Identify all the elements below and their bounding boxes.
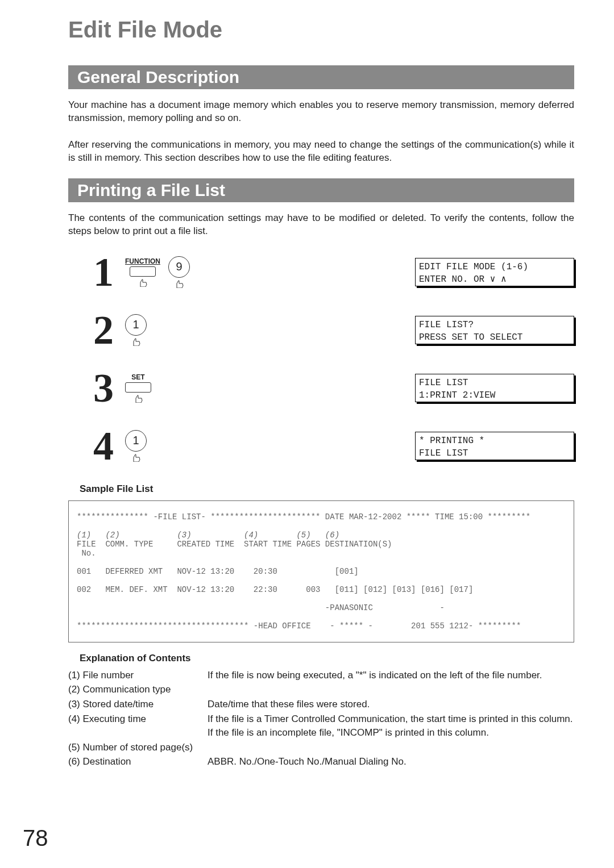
explanation-desc: Date/time that these files were stored. (208, 698, 574, 711)
explanation-row: (1) File number If the file is now being… (68, 669, 574, 682)
lcd-line-2: FILE LIST (419, 448, 468, 458)
explanation-label: (3) Stored date/time (68, 698, 208, 711)
arrow-down-up-icon: ∨ ∧ (490, 274, 507, 285)
page-title: Edit File Mode (68, 17, 574, 43)
sample-heading: Sample File List (80, 483, 574, 495)
hand-pointer-icon (132, 394, 144, 403)
lcd-display: FILE LIST? PRESS SET TO SELECT (415, 316, 574, 344)
hand-pointer-icon (137, 278, 148, 287)
key-9-icon: 9 (168, 256, 190, 278)
explanation-label: (6) Destination (68, 755, 208, 769)
lcd-display: FILE LIST 1:PRINT 2:VIEW (415, 374, 574, 402)
explanation-row: (6) Destination ABBR. No./One-Touch No./… (68, 755, 574, 769)
paragraph: The contents of the communication settin… (68, 212, 574, 238)
step-number: 4 (68, 425, 114, 466)
page-number: 78 (23, 825, 48, 851)
section-heading-printing: Printing a File List (68, 178, 574, 202)
function-key-label: FUNCTION (125, 257, 160, 265)
explanation-label: (1) File number (68, 669, 208, 682)
paragraph: Your machine has a document image memory… (68, 99, 574, 125)
sample-row: 002 MEM. DEF. XMT NOV-12 13:20 22:30 003… (77, 585, 473, 594)
sample-col-heads-2: No. (77, 549, 96, 558)
explanation-heading: Explanation of Contents (80, 653, 574, 664)
sample-col-nums: (1) (2) (3) (4) (5) (6) (77, 531, 339, 540)
explanation-desc (208, 683, 574, 696)
lcd-display: EDIT FILE MODE (1-6) ENTER NO. OR ∨ ∧ (415, 258, 574, 286)
step-number: 3 (68, 368, 114, 408)
sample-printout: *************** -FILE LIST- ************… (68, 500, 574, 642)
sample-footer: ************************************ -HE… (77, 621, 521, 631)
step-number: 1 (68, 252, 114, 293)
lcd-display: * PRINTING * FILE LIST (415, 432, 574, 460)
function-key-icon: FUNCTION (125, 257, 160, 287)
explanation-label: (4) Executing time (68, 712, 208, 740)
step-2: 2 1 FILE LIST? PRESS SET TO SELECT (68, 310, 574, 350)
key-1-icon: 1 (125, 430, 147, 452)
number-key-icon: 1 (125, 314, 147, 346)
steps-list: 1 FUNCTION 9 EDIT FILE MODE (1-6) ENTER … (68, 252, 574, 466)
explanation-desc (208, 741, 574, 754)
explanation-row: (4) Executing time If the file is a Time… (68, 712, 574, 740)
explanation-row: (3) Stored date/time Date/time that thes… (68, 698, 574, 711)
step-number: 2 (68, 310, 114, 350)
key-shape-icon (130, 266, 156, 277)
hand-pointer-icon (173, 279, 185, 288)
lcd-line-1: FILE LIST (419, 378, 468, 388)
key-1-icon: 1 (125, 314, 147, 336)
explanation-row: (5) Number of stored page(s) (68, 741, 574, 754)
hand-pointer-icon (130, 337, 142, 346)
lcd-line-2-prefix: ENTER NO. OR (419, 274, 490, 285)
lcd-line-1: EDIT FILE MODE (1-6) (419, 262, 528, 272)
explanation-label: (5) Number of stored page(s) (68, 741, 208, 754)
lcd-line-1: * PRINTING * (419, 436, 484, 446)
explanation-desc: If the file is a Timer Controlled Commun… (208, 712, 574, 740)
page: Edit File Mode General Description Your … (0, 0, 614, 868)
sample-header: *************** -FILE LIST- ************… (77, 512, 530, 521)
step-1: 1 FUNCTION 9 EDIT FILE MODE (1-6) ENTER … (68, 252, 574, 293)
number-key-icon: 1 (125, 430, 147, 462)
set-key-label: SET (131, 373, 144, 381)
section-heading-general: General Description (68, 65, 574, 89)
lcd-line-1: FILE LIST? (419, 320, 474, 330)
sample-col-heads: FILE COMM. TYPE CREATED TIME START TIME … (77, 540, 392, 549)
key-shape-icon (125, 382, 151, 393)
explanation-label: (2) Communication type (68, 683, 208, 696)
step-4: 4 1 * PRINTING * FILE LIST (68, 425, 574, 466)
explanation-desc: If the file is now being executed, a "*"… (208, 669, 574, 682)
hand-pointer-icon (130, 453, 142, 462)
step-3: 3 SET FILE LIST 1:PRINT 2:VIEW (68, 368, 574, 408)
lcd-line-2: 1:PRINT 2:VIEW (419, 390, 495, 400)
paragraph: After reserving the communications in me… (68, 139, 574, 165)
number-key-icon: 9 (168, 256, 190, 288)
sample-row: 001 DEFERRED XMT NOV-12 13:20 20:30 [001… (77, 567, 359, 576)
sample-row: -PANASONIC - (77, 603, 445, 612)
explanation-row: (2) Communication type (68, 683, 574, 696)
set-key-icon: SET (125, 373, 151, 403)
lcd-line-2: PRESS SET TO SELECT (419, 332, 522, 343)
explanation-desc: ABBR. No./One-Touch No./Manual Dialing N… (208, 755, 574, 769)
